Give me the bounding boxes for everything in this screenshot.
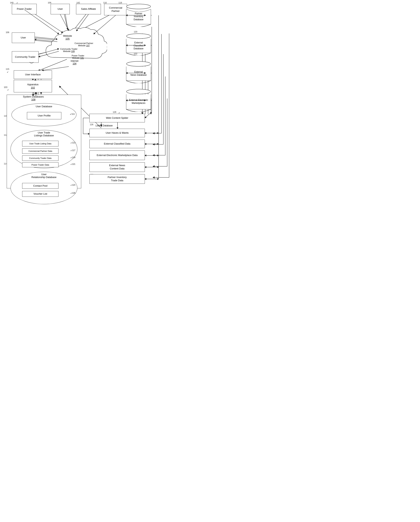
internet-label: Internet104 [42,60,107,65]
user-trade-listing-label: User Trade Listing Data [29,142,51,145]
user-haves-wants-box: User Haves & Wants [90,129,145,137]
power-trader-website-label: Power TraderWebsite 141 [72,54,84,59]
external-news-content-label: External NewsContent Data [109,164,125,170]
user-left-box: User [12,32,35,43]
power-trader-box: Power Trader [12,4,37,14]
commercial-partner-data-box: Commercial Partner Data [22,148,59,154]
commercial-partner-label: CommercialPartner [109,6,122,13]
user-top-box: User [51,4,70,14]
ref-140: 140 [10,1,13,4]
community-trader-data-label: Community Trader Data [29,157,52,160]
ref-111: ↙111 [70,113,75,115]
website-label: Website105 [63,34,72,40]
ref-arrow-103: ↙ [7,89,9,91]
partner-inventory-trade-label: Partner InventoryTrade Data [108,176,127,182]
power-trader-data-label: Power Trader Data [31,163,49,166]
external-news-db-label: ExternalNews Database [130,70,147,77]
ref-125: ↙125 [70,192,75,194]
user-left-label: User [21,36,26,39]
voucher-list-label: Voucher List [33,192,47,196]
svg-line-64 [145,112,152,118]
user-profile-box: User Profile [27,112,61,119]
voucher-list-box: Voucher List [22,191,59,197]
sales-affiliate-label: Sales Affiliate [81,8,96,11]
listing-database-label: Listing Database [96,124,112,127]
user-interface-box: User Interface [14,70,52,79]
user-top-label: User [58,8,63,11]
ref-106a: 106 [48,1,51,4]
user-relationship-label: UserRelationship Database [11,173,77,179]
svg-point-38 [127,34,150,39]
svg-line-59 [42,67,69,70]
ref-119: ↙119 [70,156,75,159]
ref-121: ↙121 [70,163,75,165]
partner-inventory-db: PartnerInventoryDatabase [126,4,151,27]
web-content-spider-label: Web Content Spider [106,116,128,120]
community-trader-data-box: Community Trader Data [22,155,59,161]
ref-142: 142 [76,1,80,4]
web-content-spider-box: Web Content Spider [90,114,145,122]
ref-115: 115 [6,68,9,70]
commercial-partner-box: CommercialPartner [104,4,127,15]
external-electronic-mkt: External ElectronicMarketplaces [126,89,151,112]
ref-120: 120 [134,31,137,33]
user-relationship-oval: UserRelationship Database Contact Pool ↙… [10,172,77,204]
partner-inventory-db-label: PartnerInventoryDatabase [134,12,143,21]
ref-126: 126 [90,123,93,126]
apparatus-label: Apparatus102 [27,83,38,90]
ref-113: ↙113 [70,142,75,144]
external-electronic-mkt-label: External ElectronicMarketplaces [129,99,148,105]
commercial-partner-data-label: Commercial Partner Data [29,150,52,152]
power-trader-label: Power Trader [17,8,32,11]
user-database-label: User Database [12,105,76,108]
user-haves-wants-label: User Haves & Wants [106,131,129,135]
ref-106b: 106 [6,31,9,33]
partner-inventory-trade-box: Partner InventoryTrade Data [90,174,145,184]
external-news-db: ExternalNews Database [126,61,151,83]
internet-cloud: Website105 Commercial PartnerWebsite 107… [42,23,107,67]
user-trade-oval: User TradeListings Database User Trade L… [10,130,77,168]
user-trade-label: User TradeListings Database [11,131,77,137]
comm-partner-website-label: Commercial PartnerWebsite 107 [75,42,93,47]
external-elec-mkt-data-box: External Electronic Marketplace Data [90,151,145,160]
external-elec-mkt-data-label: External Electronic Marketplace Data [97,154,138,157]
ref-118: 118 [119,1,122,4]
community-trader-label: Community Trader [15,55,36,59]
external-classified-db-label: ExternalClassifiedDatabase [134,41,143,50]
apparatus-box: Apparatus102 [14,80,52,92]
external-classified-db: ExternalClassifiedDatabase [126,33,151,55]
external-classified-data-box: External Classified Data [90,140,145,148]
ref-103: 103 [4,86,7,88]
community-trader-box: Community Trader [12,51,39,63]
external-classified-data-label: External Classified Data [104,142,130,146]
svg-point-39 [127,61,150,66]
sales-affiliate-box: Sales Affiliate [76,4,101,14]
external-news-content-box: External NewsContent Data [90,162,145,172]
ref-123: ↙123 [70,184,75,186]
contact-pool-box: Contact Pool [22,183,59,189]
comm-trader-website-label: Community TraderWebsite 109 [60,48,77,52]
user-trade-listing-box: User Trade Listing Data [22,141,59,146]
user-database-oval: User Database User Profile ↙111 [11,103,76,126]
power-trader-data-box: Power Trader Data [22,162,59,167]
ref-117: ↙117 [70,149,75,151]
svg-point-37 [127,4,150,9]
svg-point-40 [127,89,150,94]
user-profile-label: User Profile [38,114,51,117]
ref-116: 116 [103,1,107,4]
user-interface-label: User Interface [25,73,41,76]
contact-pool-label: Contact Pool [33,184,47,188]
ref-arrow-115: ↙ [7,71,9,73]
ref-128: 128 [113,111,116,113]
system-databases-label: System Databases108 [23,95,44,101]
